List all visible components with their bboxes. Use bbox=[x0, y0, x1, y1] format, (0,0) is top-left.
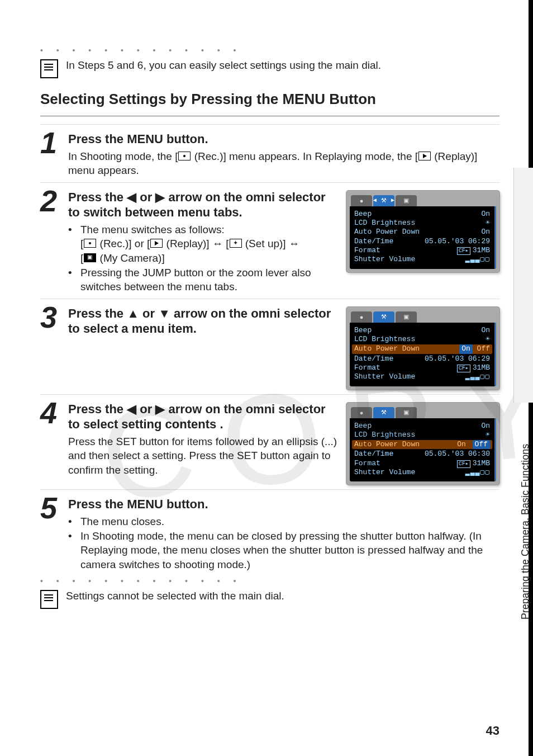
note-icon bbox=[40, 590, 58, 609]
step-2-bullet2: Pressing the JUMP button or the zoom lev… bbox=[80, 266, 340, 294]
lcd-screenshot-select-item: ● ⚒ ▣ BeepOn LCD Brightness☀ Auto Power … bbox=[346, 307, 499, 390]
replay-icon bbox=[150, 239, 163, 248]
lcd-tab-mycamera: ▣ bbox=[396, 407, 417, 418]
step-4-body: Press the SET button for items followed … bbox=[68, 434, 340, 478]
note-icon bbox=[40, 59, 58, 78]
seq-e: [ bbox=[80, 252, 83, 264]
step-4-number: 4 bbox=[40, 399, 64, 485]
page-number: 43 bbox=[486, 724, 499, 738]
rec-icon bbox=[178, 152, 191, 160]
step-2: 2 Press the ◀ or ▶ arrow on the omni sel… bbox=[40, 182, 499, 294]
step-5: 5 Press the MENU button. •The menu close… bbox=[40, 489, 499, 571]
note-top: In Steps 5 and 6, you can easily select … bbox=[40, 58, 499, 78]
seq-a: [ bbox=[80, 238, 83, 249]
rec-icon bbox=[84, 239, 96, 248]
mycamera-icon bbox=[84, 253, 96, 262]
lcd-tab-rec: ● bbox=[351, 311, 372, 323]
step-2-head: Press the ◀ or ▶ arrow on the omni selec… bbox=[68, 190, 340, 220]
replay-icon bbox=[418, 152, 431, 160]
dotted-rule-top: • • • • • • • • • • • • • • • • • • • • … bbox=[40, 46, 241, 55]
step-1-text-a: In Shooting mode, the [ bbox=[68, 150, 178, 162]
seq-d: (Set up)] ↔ bbox=[242, 238, 299, 249]
lcd-screen-b: BeepOn LCD Brightness☀ Auto Power DownOn… bbox=[350, 323, 496, 386]
lcd-screen-a: BeepOn LCD Brightness☀ Auto Power DownOn… bbox=[350, 206, 496, 269]
page-content: • • • • • • • • • • • • • • • • • • • • … bbox=[0, 0, 533, 756]
side-tab: Preparing the Camera, Basic Functions bbox=[513, 168, 533, 403]
step-2-bullet1: The menu switches as follows: bbox=[80, 224, 225, 235]
lcd-tab-rec: ● bbox=[351, 195, 372, 206]
step-2-body: • The menu switches as follows: [ (Rec.)… bbox=[68, 223, 340, 294]
lcd-tab-setup: ⚒ bbox=[373, 311, 394, 323]
section-rule bbox=[40, 116, 499, 116]
lcd-tab-mycamera: ▣ bbox=[396, 195, 417, 206]
step-5-number: 5 bbox=[40, 494, 64, 571]
note-bottom: Settings cannot be selected with the mai… bbox=[40, 589, 499, 609]
lcd-tab-mycamera: ▣ bbox=[396, 311, 417, 323]
seq-f: (My Camera)] bbox=[97, 252, 164, 264]
step-2-number: 2 bbox=[40, 187, 64, 294]
step-4-head: Press the ◀ or ▶ arrow on the omni selec… bbox=[68, 401, 340, 432]
lcd-screenshot-tabs: ● ⚒ ▣ BeepOn LCD Brightness☀ Auto Power … bbox=[346, 191, 499, 272]
seq-c: (Replay)] ↔ [ bbox=[163, 238, 229, 249]
step-1: 1 Press the MENU button. In Shooting mod… bbox=[40, 124, 499, 178]
note-top-text: In Steps 5 and 6, you can easily select … bbox=[66, 58, 381, 73]
lcd-screen-c: BeepOn LCD Brightness☀ Auto Power DownOn… bbox=[350, 418, 496, 482]
step-5-bullet2: In Shooting mode, the menu can be closed… bbox=[80, 529, 499, 572]
note-bottom-text: Settings cannot be selected with the mai… bbox=[66, 589, 284, 603]
step-1-head: Press the MENU button. bbox=[68, 131, 499, 147]
lcd-tab-setup: ⚒ bbox=[373, 195, 394, 206]
lcd-screenshot-select-setting: ● ⚒ ▣ BeepOn LCD Brightness☀ Auto Power … bbox=[346, 403, 499, 485]
step-5-head: Press the MENU button. bbox=[68, 497, 499, 512]
step-5-bullet1: The menu closes. bbox=[80, 514, 164, 529]
step-3-number: 3 bbox=[40, 304, 64, 390]
section-title: Selecting Settings by Pressing the MENU … bbox=[40, 91, 499, 108]
step-3: 3 Press the ▲ or ▼ arrow on the omni sel… bbox=[40, 299, 499, 390]
lcd-tab-rec: ● bbox=[351, 407, 372, 418]
step-1-body: In Shooting mode, the [ (Rec.)] menu app… bbox=[68, 149, 499, 178]
step-4: 4 Press the ◀ or ▶ arrow on the omni sel… bbox=[40, 394, 499, 485]
setup-icon bbox=[230, 239, 242, 248]
dotted-rule-bottom: • • • • • • • • • • • • • • • • • • • • … bbox=[40, 577, 241, 585]
seq-b: (Rec.)] or [ bbox=[97, 238, 150, 249]
step-3-head: Press the ▲ or ▼ arrow on the omni selec… bbox=[68, 306, 340, 337]
step-1-text-b: (Rec.)] menu appears. In Replaying mode,… bbox=[191, 150, 418, 162]
lcd-tab-setup: ⚒ bbox=[373, 407, 394, 418]
step-5-body: •The menu closes. •In Shooting mode, the… bbox=[68, 514, 499, 572]
step-1-number: 1 bbox=[40, 129, 64, 178]
side-tab-label: Preparing the Camera, Basic Functions bbox=[520, 396, 531, 620]
